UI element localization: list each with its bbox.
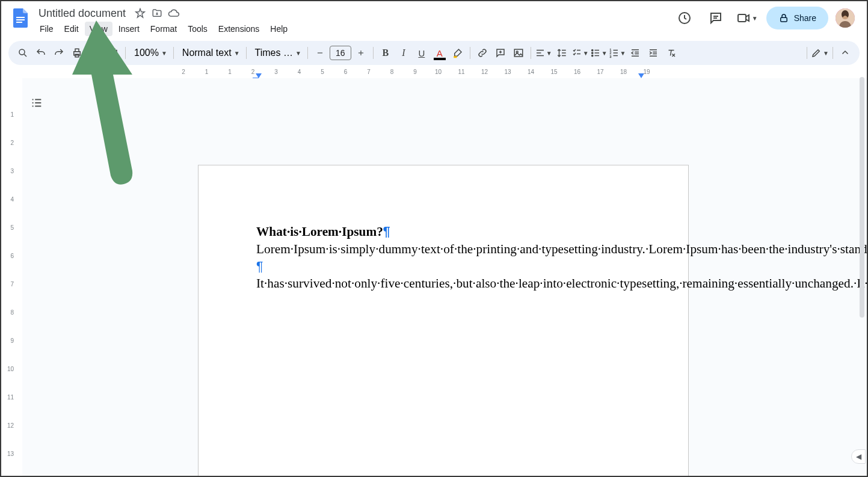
toolbar-separator [470, 47, 470, 59]
insert-image-icon[interactable] [510, 45, 527, 61]
svg-rect-1 [16, 19, 25, 20]
user-avatar[interactable] [836, 8, 855, 28]
bold-icon[interactable]: B [377, 45, 394, 61]
increase-font-size-button[interactable] [352, 45, 369, 61]
underline-icon[interactable]: U [413, 45, 430, 61]
highlight-color-icon[interactable] [449, 45, 466, 61]
document-canvas[interactable]: What·is·Lorem·Ipsum?¶Lorem·Ipsum·is·simp… [22, 78, 867, 477]
svg-rect-0 [16, 17, 25, 18]
svg-point-10 [19, 49, 25, 55]
font-size-input[interactable]: 16 [330, 46, 351, 60]
menu-format[interactable]: Format [146, 22, 182, 36]
menu-help[interactable]: Help [265, 22, 292, 36]
collapse-toolbar-icon[interactable] [837, 45, 854, 61]
horizontal-ruler[interactable]: 2112345678910111213141516171819 [1, 69, 867, 78]
font-family-dropdown[interactable]: Times …▼ [250, 48, 304, 58]
svg-rect-22 [514, 49, 523, 57]
menu-tools[interactable]: Tools [183, 22, 212, 36]
toolbar-separator [125, 47, 126, 59]
header-right: ▼ Share [673, 6, 860, 30]
editing-mode-dropdown[interactable]: ▼ [811, 45, 829, 61]
svg-rect-13 [75, 49, 79, 52]
docs-logo-icon[interactable] [8, 6, 32, 30]
document-title[interactable]: Untitled document [35, 6, 129, 21]
align-dropdown[interactable]: ▼ [535, 45, 552, 61]
svg-rect-2 [16, 22, 22, 23]
add-comment-icon[interactable] [492, 45, 509, 61]
toolbar-separator [833, 47, 833, 59]
cloud-status-icon[interactable] [168, 7, 180, 19]
toolbar-separator [807, 47, 807, 59]
paragraph-style-dropdown[interactable]: Normal text▼ [177, 48, 242, 58]
text-color-icon[interactable]: A [431, 45, 448, 61]
menu-file[interactable]: File [35, 22, 58, 36]
toolbar-separator [373, 47, 374, 59]
svg-point-32 [591, 49, 593, 51]
svg-rect-7 [780, 17, 787, 22]
star-icon[interactable] [134, 7, 146, 19]
numbered-list-icon[interactable]: 123▼ [609, 45, 626, 61]
italic-icon[interactable]: I [395, 45, 412, 61]
zoom-dropdown[interactable]: 100%▼ [129, 48, 170, 58]
svg-point-34 [591, 55, 593, 56]
toolbar-separator [307, 47, 308, 59]
menu-extensions[interactable]: Extensions [214, 22, 264, 36]
increase-indent-icon[interactable] [645, 45, 662, 61]
spellcheck-icon[interactable] [87, 45, 103, 61]
document-page[interactable]: What·is·Lorem·Ipsum?¶Lorem·Ipsum·is·simp… [198, 165, 689, 477]
svg-line-11 [24, 54, 26, 57]
paint-format-icon[interactable] [105, 45, 122, 61]
checklist-icon[interactable]: ▼ [571, 45, 589, 61]
toolbar-separator [531, 47, 531, 59]
left-indent-marker[interactable] [256, 73, 262, 78]
line-spacing-icon[interactable] [553, 45, 570, 61]
document-body[interactable]: What·is·Lorem·Ipsum?¶Lorem·Ipsum·is·simp… [256, 223, 630, 292]
side-panel-toggle[interactable]: ◀ [851, 449, 866, 464]
title-area: Untitled document File Edit View Insert … [35, 6, 673, 36]
bulleted-list-icon[interactable]: ▼ [590, 45, 608, 61]
redo-icon[interactable] [51, 45, 67, 61]
history-icon[interactable] [673, 6, 697, 30]
app-header: Untitled document File Edit View Insert … [1, 1, 867, 37]
svg-point-33 [591, 52, 593, 54]
decrease-indent-icon[interactable] [627, 45, 644, 61]
share-button[interactable]: Share [766, 7, 828, 29]
toolbar-separator [246, 47, 247, 59]
print-icon[interactable] [69, 45, 85, 61]
menu-view[interactable]: View [85, 22, 112, 36]
comments-icon[interactable] [704, 6, 728, 30]
decrease-font-size-button[interactable] [312, 45, 328, 61]
svg-rect-15 [110, 49, 115, 52]
vertical-scrollbar[interactable] [858, 75, 866, 464]
menu-insert[interactable]: Insert [114, 22, 144, 36]
vertical-ruler[interactable]: 1234567891011121314 [1, 78, 22, 477]
move-icon[interactable] [151, 7, 163, 19]
toolbar: 100%▼ Normal text▼ Times …▼ 16 B I U A ▼… [8, 41, 860, 65]
search-menus-icon[interactable] [14, 45, 31, 61]
menu-bar: File Edit View Insert Format Tools Exten… [35, 22, 673, 36]
share-label: Share [794, 13, 816, 23]
clear-formatting-icon[interactable] [663, 45, 680, 61]
toolbar-separator [173, 47, 174, 59]
insert-link-icon[interactable] [474, 45, 491, 61]
scrollbar-thumb[interactable] [860, 77, 864, 318]
undo-icon[interactable] [32, 45, 49, 61]
meet-icon[interactable]: ▼ [735, 6, 759, 30]
svg-text:3: 3 [609, 55, 611, 58]
show-outline-button[interactable] [28, 94, 46, 112]
svg-rect-6 [738, 14, 746, 22]
menu-edit[interactable]: Edit [60, 22, 84, 36]
